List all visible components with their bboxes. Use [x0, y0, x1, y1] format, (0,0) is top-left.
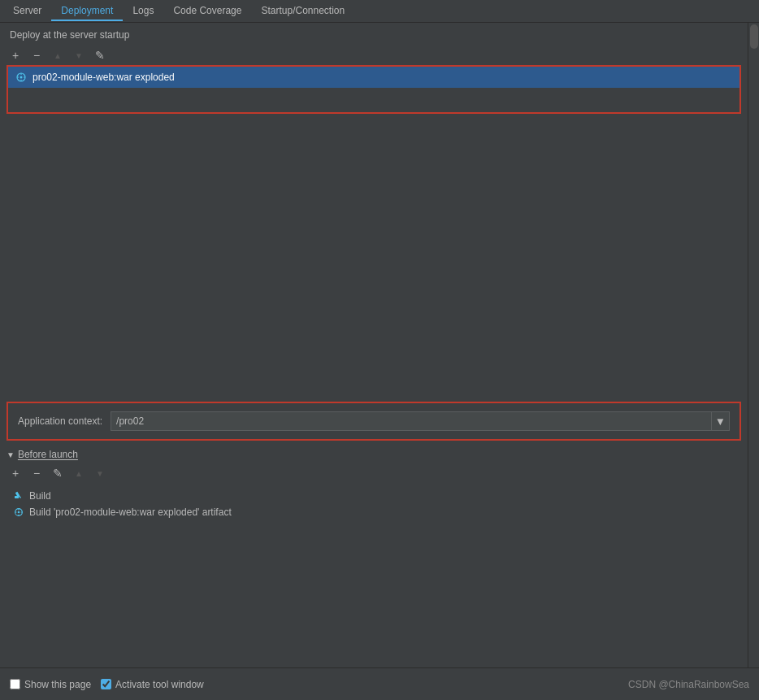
show-page-label: Show this page: [24, 679, 91, 690]
artifact-icon: [15, 71, 28, 84]
move-down-before-launch-button[interactable]: ▼: [91, 465, 109, 481]
panel: Deploy at the server startup + − ▲ ▼ ✎: [0, 23, 748, 700]
tab-server[interactable]: Server: [3, 2, 51, 21]
app-context-section: Application context: ▼: [7, 402, 741, 441]
hammer-icon: [13, 490, 24, 502]
main-content: Deploy at the server startup + − ▲ ▼ ✎: [0, 23, 759, 700]
move-up-before-launch-button[interactable]: ▲: [70, 465, 88, 481]
footer-bar: Show this page Activate tool window CSDN…: [0, 667, 759, 700]
before-launch-artifact-label: Build 'pro02-module-web:war exploded' ar…: [29, 507, 232, 518]
app-context-input-wrapper: ▼: [111, 411, 730, 431]
down-icon-before: ▼: [96, 469, 104, 478]
app-context-dropdown-button[interactable]: ▼: [712, 411, 730, 431]
remove-before-launch-button[interactable]: −: [28, 465, 46, 481]
tab-startup-connection[interactable]: Startup/Connection: [251, 2, 354, 21]
artifact-build-icon: [13, 507, 24, 518]
before-launch-toolbar: + − ✎ ▲ ▼: [7, 463, 741, 483]
remove-deployment-button[interactable]: −: [28, 47, 46, 63]
deployment-list: pro02-module-web:war exploded: [7, 65, 741, 114]
tab-code-coverage[interactable]: Code Coverage: [163, 2, 251, 21]
move-up-deployment-button[interactable]: ▲: [49, 47, 67, 63]
scrollbar-right[interactable]: [748, 23, 759, 700]
empty-deployment-area: [0, 114, 748, 398]
svg-point-1: [20, 76, 23, 79]
app-context-input[interactable]: [111, 411, 712, 431]
before-launch-build-item[interactable]: Build: [7, 488, 741, 504]
deploy-section-label: Deploy at the server startup: [0, 23, 748, 46]
before-launch-section: ▼ Before launch + − ✎ ▲ ▼: [0, 444, 748, 524]
before-launch-label: Before launch: [18, 449, 78, 460]
tabs-bar: Server Deployment Logs Code Coverage Sta…: [0, 0, 759, 23]
minus-icon: −: [33, 49, 40, 62]
deployment-item[interactable]: pro02-module-web:war exploded: [8, 67, 739, 88]
before-launch-header[interactable]: ▼ Before launch: [7, 449, 741, 460]
plus-icon: +: [12, 49, 19, 62]
before-launch-list: Build Build 'pro02-module-web:war explod…: [7, 486, 741, 522]
tab-deployment[interactable]: Deployment: [51, 2, 123, 21]
up-icon-before: ▲: [75, 469, 83, 478]
show-page-checkbox-label[interactable]: Show this page: [10, 679, 91, 690]
before-launch-artifact-item[interactable]: Build 'pro02-module-web:war exploded' ar…: [7, 504, 741, 520]
minus-icon-before: −: [33, 467, 40, 480]
up-icon: ▲: [54, 51, 62, 60]
activate-tool-checkbox[interactable]: [101, 679, 111, 689]
plus-icon-before: +: [12, 467, 19, 480]
tab-logs[interactable]: Logs: [123, 2, 163, 21]
edit-icon-before: ✎: [53, 467, 63, 480]
app-context-label: Application context:: [18, 415, 102, 427]
down-icon: ▼: [75, 51, 83, 60]
scrollbar-thumb[interactable]: [750, 24, 758, 49]
triangle-icon: ▼: [7, 450, 15, 459]
activate-tool-label: Activate tool window: [115, 679, 204, 690]
before-launch-build-label: Build: [29, 490, 51, 502]
svg-point-5: [18, 511, 20, 514]
activate-tool-checkbox-label[interactable]: Activate tool window: [101, 679, 204, 690]
edit-deployment-button[interactable]: ✎: [91, 47, 109, 63]
deployment-item-name: pro02-module-web:war exploded: [33, 72, 175, 83]
deployment-toolbar: + − ▲ ▼ ✎: [0, 46, 748, 65]
edit-icon: ✎: [95, 49, 105, 62]
add-before-launch-button[interactable]: +: [7, 465, 24, 481]
show-page-checkbox[interactable]: [10, 679, 20, 689]
footer-brand: CSDN @ChinaRainbowSea: [628, 679, 749, 690]
footer-left: Show this page Activate tool window: [10, 679, 204, 690]
chevron-down-icon: ▼: [715, 415, 726, 428]
move-down-deployment-button[interactable]: ▼: [70, 47, 88, 63]
add-deployment-button[interactable]: +: [7, 47, 24, 63]
edit-before-launch-button[interactable]: ✎: [49, 465, 67, 481]
